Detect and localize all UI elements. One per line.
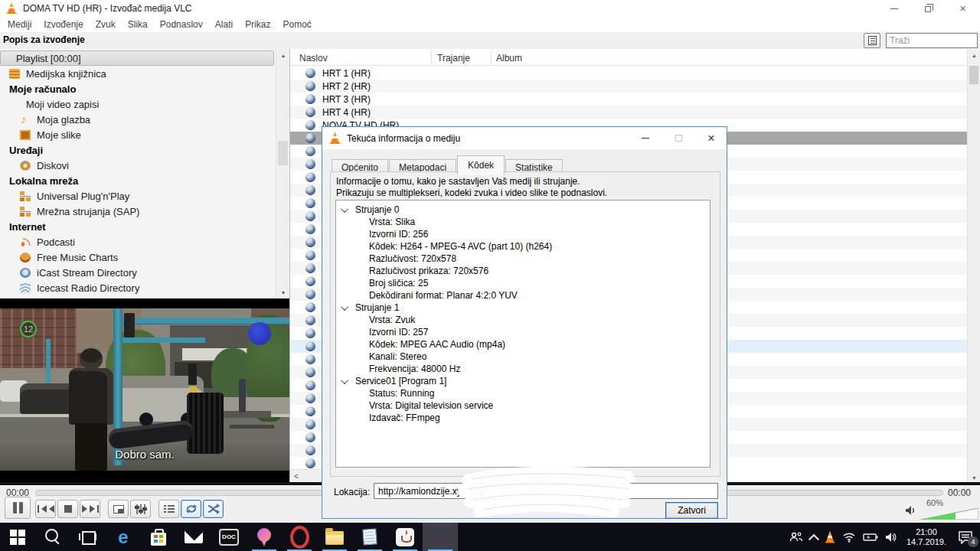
volume-slider[interactable] [921, 508, 978, 522]
menu-item[interactable]: Izvođenje [38, 18, 89, 31]
dialog-title-bar[interactable]: Tekuća informacija o mediju × [322, 127, 727, 149]
sidebar-item[interactable]: Moje slike [0, 127, 274, 142]
sidebar-item[interactable]: Diskovi [0, 158, 274, 173]
sidebar-item[interactable]: Icecast Radio Directory [0, 280, 274, 295]
wifi-icon[interactable] [842, 532, 856, 543]
task-view-taskbar-button[interactable] [70, 523, 106, 551]
show-hidden-icons-chevron[interactable] [808, 533, 819, 544]
vlc-taskbar-button[interactable] [423, 523, 458, 551]
view-mode-button[interactable] [864, 33, 880, 48]
codec-tree-item[interactable]: Dekôdirani format: Planar 4:2:0 YUV [336, 289, 710, 302]
dialog-close-button[interactable]: × [696, 127, 727, 149]
start-taskbar-button[interactable] [0, 523, 35, 551]
menu-item[interactable]: Alati [209, 18, 239, 31]
sidebar-item[interactable]: Moje računalo [0, 81, 274, 96]
search-taskbar-button[interactable] [35, 523, 70, 551]
dialog-maximize-button[interactable] [663, 127, 694, 149]
codec-tree-item[interactable]: Strujanje 0 [336, 204, 710, 216]
store-taskbar-button[interactable] [141, 523, 176, 551]
sidebar-item[interactable]: Playlist [00:00] [0, 51, 274, 66]
fullscreen-button[interactable] [108, 500, 129, 518]
location-input[interactable] [374, 483, 718, 499]
mail-taskbar-button[interactable] [176, 523, 211, 551]
column-trajanje[interactable]: Trajanje [437, 53, 470, 64]
playlist-row[interactable]: HRT 4 (HR) [290, 106, 969, 119]
scroll-up-icon[interactable]: ▲ [276, 49, 289, 61]
codec-tree-item[interactable]: Izvorni ID: 256 [336, 228, 710, 240]
restore-button[interactable] [911, 0, 946, 17]
chevron-down-icon[interactable] [341, 303, 348, 311]
doc-taskbar-button[interactable]: DOC [211, 523, 247, 551]
scrollbar-thumb[interactable] [969, 66, 978, 84]
sidebar-item[interactable]: Medijska knjižnica [0, 66, 274, 81]
sidebar-item[interactable]: Moja glazba [0, 112, 274, 127]
shuffle-button[interactable] [203, 500, 224, 518]
menu-item[interactable]: Zvuk [90, 18, 122, 31]
video-preview[interactable]: 12 Dobro sam. [0, 298, 289, 484]
sidebar-item[interactable]: Lokalna mreža [0, 173, 274, 188]
people-icon[interactable] [789, 531, 803, 543]
next-button[interactable] [80, 500, 100, 518]
sidebar-item[interactable]: iCast Stream Directory [0, 265, 274, 280]
java-taskbar-button[interactable] [387, 523, 423, 551]
sidebar-item[interactable]: Mrežna strujanja (SAP) [0, 204, 274, 219]
codec-tree-item[interactable]: Razlučivost: 720x578 [336, 253, 710, 265]
menu-item[interactable]: Mediji [2, 18, 38, 31]
codec-tree-item[interactable]: Izvorni ID: 257 [336, 326, 710, 338]
minimize-button[interactable] [877, 0, 911, 17]
codec-tree-item[interactable]: Status: Running [336, 387, 710, 399]
scrollbar-thumb[interactable] [278, 141, 288, 165]
sidebar-item[interactable]: Moji video zapisi [0, 96, 274, 112]
dialog-minimize-button[interactable] [630, 127, 661, 149]
previous-button[interactable] [35, 500, 56, 518]
sidebar-item[interactable]: Internet [0, 219, 274, 234]
column-separator[interactable] [431, 51, 432, 66]
scroll-left-icon[interactable]: < [290, 472, 302, 481]
codec-tree-item[interactable]: Frekvencija: 48000 Hz [336, 363, 710, 375]
codec-tree-item[interactable]: Vrsta: Slika [336, 216, 710, 228]
zatvori-button[interactable]: Zatvori [665, 502, 718, 519]
chevron-down-icon[interactable] [341, 205, 348, 213]
playlist-scrollbar[interactable]: ▲ ▼ [967, 49, 980, 484]
search-input[interactable] [886, 33, 978, 48]
scroll-up-icon[interactable]: ▲ [968, 49, 980, 61]
playlist-toggle-button[interactable] [158, 500, 179, 518]
vlc-tray-icon[interactable] [825, 531, 835, 543]
speaker-icon[interactable] [905, 505, 917, 518]
codec-tree-item[interactable]: Izdavač: FFmpeg [336, 412, 710, 424]
playlist-row[interactable]: HRT 3 (HR) [290, 93, 969, 106]
pause-button[interactable] [5, 497, 31, 519]
codec-tree-item[interactable]: Kôdek: MPEG AAC Audio (mp4a) [336, 338, 710, 350]
extended-settings-button[interactable] [130, 500, 151, 518]
menu-item[interactable]: Podnaslov [154, 18, 209, 31]
chevron-down-icon[interactable] [341, 377, 348, 384]
sidebar-scrollbar[interactable]: ▲ ▼ [276, 49, 289, 298]
codec-tree[interactable]: Strujanje 0 Vrsta: Slika Izvorni ID: 256 [335, 200, 710, 468]
volume-tray-icon[interactable] [885, 532, 897, 543]
action-center-icon[interactable]: 4 [956, 527, 975, 547]
codec-tree-item[interactable]: Kanali: Stereo [336, 350, 710, 363]
playlist-hscrollbar[interactable]: < [290, 469, 324, 482]
sidebar-item[interactable]: Universal Plug'n'Play [0, 188, 274, 204]
edge-taskbar-button[interactable]: e [106, 523, 141, 551]
codec-tree-item[interactable]: Broj sličica: 25 [336, 277, 710, 289]
opera-taskbar-button[interactable] [282, 523, 317, 551]
close-button[interactable]: × [946, 0, 980, 17]
battery-icon[interactable] [863, 533, 878, 542]
menu-item[interactable]: Slika [122, 18, 154, 31]
codec-tree-item[interactable]: Razlučivost prikaza: 720x576 [336, 265, 710, 277]
codec-tree-item[interactable]: Strujanje 1 [336, 302, 710, 314]
codec-tree-item[interactable]: Vrsta: Zvuk [336, 314, 710, 326]
codec-tree-item[interactable]: Vrsta: Digital television service [336, 399, 710, 412]
taskbar-clock[interactable]: 21:00 14.7.2019. [904, 527, 949, 547]
sidebar-item[interactable]: Free Music Charts [0, 249, 274, 265]
sidebar-item[interactable]: Uređaji [0, 142, 274, 158]
dialog-tab[interactable]: Kôdek [457, 155, 505, 175]
column-naslov[interactable]: Naslov [299, 53, 328, 64]
codec-tree-item[interactable]: Kôdek: H264 - MPEG-4 AVC (part 10) (h264… [336, 240, 710, 253]
menu-item[interactable]: Pomoć [276, 18, 317, 31]
scroll-down-icon[interactable]: ▼ [276, 286, 289, 298]
paint-taskbar-button[interactable] [247, 523, 282, 551]
playlist-row[interactable]: HRT 1 (HR) [290, 67, 969, 80]
explorer-taskbar-button[interactable] [317, 523, 352, 551]
